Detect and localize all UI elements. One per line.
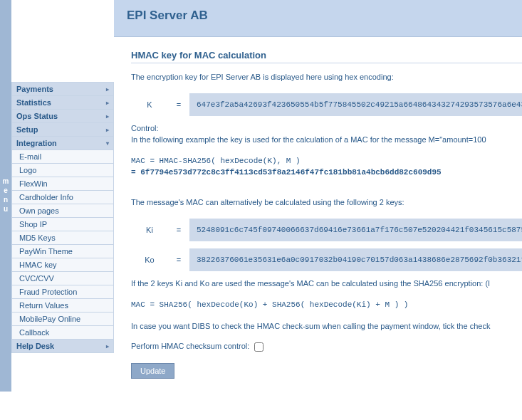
sidebar-item-label: E-mail bbox=[19, 152, 41, 161]
intro-text: The encryption key for EPI Server AB is … bbox=[131, 72, 522, 83]
sidebar-item-label: Fraud Protection bbox=[19, 288, 77, 296]
sidebar-sub-cardholder-info[interactable]: Cardholder Info bbox=[12, 191, 113, 204]
sidebar-item-label: Own pages bbox=[19, 206, 59, 215]
sidebar-item-help-desk[interactable]: Help Desk ▸ bbox=[12, 340, 113, 353]
mac-formula2: MAC = SHA256( hexDecode(Ko) + SHA256( he… bbox=[131, 300, 522, 311]
sidebar-sub-cvc-cvv[interactable]: CVC/CVV bbox=[12, 272, 113, 285]
checksum-label: Perform HMAC checksum control: bbox=[131, 342, 249, 350]
alt-intro: The message's MAC can alternatively be c… bbox=[131, 197, 522, 209]
key-ki-label: Ki bbox=[131, 226, 168, 234]
sidebar-sub-shop-ip[interactable]: Shop IP bbox=[12, 218, 113, 231]
page-title: EPI Server AB bbox=[127, 9, 509, 23]
key-k-value: 647e3f2a5a42693f423650554b5f775845502c49… bbox=[189, 93, 522, 116]
sidebar-item-label: Callback bbox=[19, 328, 49, 337]
sidebar-sub-return-values[interactable]: Return Values bbox=[12, 299, 113, 313]
chevron-right-icon: ▸ bbox=[106, 127, 109, 133]
sidebar-item-label: Integration bbox=[16, 139, 57, 147]
chevron-right-icon: ▸ bbox=[106, 100, 109, 106]
sidebar-item-payments[interactable]: Payments ▸ bbox=[12, 83, 113, 96]
sidebar-item-label: Help Desk bbox=[16, 342, 54, 350]
sidebar-sub-md5-keys[interactable]: MD5 Keys bbox=[12, 231, 113, 245]
control-text: In the following example the key is used… bbox=[131, 135, 486, 144]
sidebar-sub-paywin-theme[interactable]: PayWin Theme bbox=[12, 245, 113, 258]
sidebar-sub-mobilepay-online[interactable]: MobilePay Online bbox=[12, 313, 113, 326]
sidebar-item-label: MD5 Keys bbox=[19, 233, 56, 242]
mac-example: MAC = HMAC-SHA256( hexDecode(K), M ) = 6… bbox=[131, 156, 522, 179]
sidebar-item-label: Logo bbox=[19, 166, 36, 174]
sidebar-item-label: CVC/CVV bbox=[19, 274, 54, 283]
section-title: HMAC key for MAC calculation bbox=[131, 50, 522, 63]
sidebar-item-label: Setup bbox=[16, 125, 38, 134]
sidebar-item-ops-status[interactable]: Ops Status ▸ bbox=[12, 110, 113, 123]
key-row-ko: Ko = 38226376061e35631e6a0c0917032b04190… bbox=[131, 248, 522, 271]
checksum-control-row: Perform HMAC checksum control: bbox=[131, 342, 522, 352]
sidebar-sub-flexwin[interactable]: FlexWin bbox=[12, 177, 113, 191]
sidebar-item-label: Statistics bbox=[16, 98, 51, 107]
chevron-down-icon: ▾ bbox=[106, 140, 109, 147]
mac-line1: MAC = HMAC-SHA256( hexDecode(K), M ) bbox=[131, 157, 301, 165]
sidebar-sub-own-pages[interactable]: Own pages bbox=[12, 204, 113, 218]
sidebar-item-label: Ops Status bbox=[16, 112, 58, 120]
sidebar-sub-email[interactable]: E-mail bbox=[12, 150, 113, 164]
chevron-right-icon: ▸ bbox=[106, 86, 109, 93]
key-ko-value: 38226376061e35631e6a0c0917032b04190c7015… bbox=[189, 248, 522, 271]
control-block: Control: In the following example the ke… bbox=[131, 123, 522, 146]
sidebar-item-label: Shop IP bbox=[19, 220, 47, 229]
sidebar-item-label: Cardholder Info bbox=[19, 193, 73, 201]
mac-line2: = 6f7794e573d772c8c3ff4113cd53f8a2146f47… bbox=[131, 168, 442, 177]
chevron-right-icon: ▸ bbox=[106, 113, 109, 120]
sidebar-sub-hmac-key[interactable]: HMAC key bbox=[12, 258, 113, 272]
sidebar-item-integration[interactable]: Integration ▾ bbox=[12, 137, 113, 150]
key-row-k: K = 647e3f2a5a42693f423650554b5f77584550… bbox=[131, 93, 522, 116]
update-button[interactable]: Update bbox=[131, 363, 174, 379]
checksum-checkbox[interactable] bbox=[254, 342, 263, 352]
want-check-text: In case you want DIBS to check the HMAC … bbox=[131, 321, 522, 332]
sidebar-item-statistics[interactable]: Statistics ▸ bbox=[12, 96, 113, 110]
sidebar-item-label: Return Values bbox=[19, 301, 68, 310]
control-label: Control: bbox=[131, 124, 159, 132]
equals-sign: = bbox=[168, 256, 189, 264]
sidebar-item-setup[interactable]: Setup ▸ bbox=[12, 123, 113, 137]
sidebar-item-label: HMAC key bbox=[19, 261, 57, 269]
sidebar-item-label: PayWin Theme bbox=[19, 247, 73, 256]
menu-tab: menu bbox=[0, 0, 11, 392]
key-row-ki: Ki = 5248091c6c745f09740066637d69416e736… bbox=[131, 219, 522, 241]
sidebar-item-label: MobilePay Online bbox=[19, 315, 80, 323]
sidebar-sub-fraud-protection[interactable]: Fraud Protection bbox=[12, 285, 113, 299]
two-keys-text: If the 2 keys Ki and Ko are used the mes… bbox=[131, 278, 522, 290]
chevron-right-icon: ▸ bbox=[106, 343, 109, 350]
key-k-label: K bbox=[131, 100, 168, 109]
key-ko-label: Ko bbox=[131, 256, 168, 264]
sidebar-item-label: FlexWin bbox=[19, 179, 48, 188]
sidebar-menu: Payments ▸ Statistics ▸ Ops Status ▸ Set… bbox=[11, 82, 114, 353]
equals-sign: = bbox=[168, 100, 189, 109]
page-header: EPI Server AB bbox=[114, 0, 522, 37]
key-ki-value: 5248091c6c745f09740066637d69416e73661a7f… bbox=[189, 219, 522, 241]
equals-sign: = bbox=[168, 226, 189, 234]
sidebar-sub-logo[interactable]: Logo bbox=[12, 164, 113, 177]
sidebar-item-label: Payments bbox=[16, 85, 53, 93]
sidebar-sub-callback[interactable]: Callback bbox=[12, 326, 113, 340]
